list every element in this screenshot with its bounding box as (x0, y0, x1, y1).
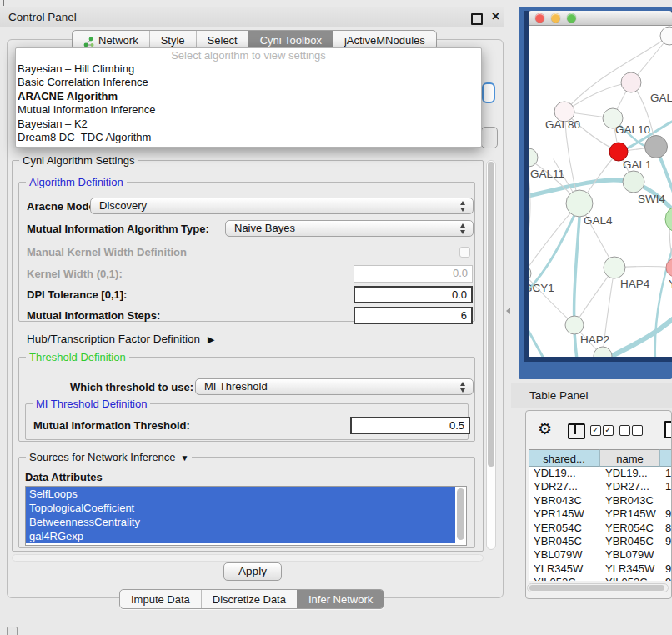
table-cell: 13 (660, 467, 672, 480)
sources-group-title[interactable]: Sources for Network Inference▼ (26, 451, 192, 463)
mi-steps-field[interactable]: 6 (354, 307, 473, 324)
background-combo-fragment (482, 82, 495, 103)
manual-kernel-width-checkbox[interactable] (459, 247, 470, 258)
new-document-icon[interactable] (664, 421, 672, 438)
tab-cyni-toolbox[interactable]: Cyni Toolbox (248, 31, 333, 49)
network-node-gal[interactable] (621, 72, 641, 92)
dpi-tolerance-field[interactable]: 0.0 (354, 286, 473, 303)
select-all-icon-2[interactable]: ✓ (603, 425, 614, 436)
network-node-hap2[interactable] (565, 316, 584, 334)
settings-horizontal-scrollbar[interactable] (12, 554, 484, 562)
node-label: GAL (650, 92, 672, 104)
data-attribute-item[interactable]: TopologicalCoefficient (26, 501, 455, 515)
panel-splitter[interactable] (504, 0, 511, 635)
network-edge[interactable] (529, 176, 530, 273)
node-label: Y (669, 278, 672, 290)
tab-network[interactable]: Network (73, 31, 149, 49)
table-cell: YPR145W (600, 508, 660, 521)
tab-impute-data[interactable]: Impute Data (120, 590, 201, 608)
control-panel-title: Control Panel (8, 11, 77, 23)
network-node-gal4[interactable] (566, 190, 593, 217)
table-cell: YBR045C (600, 535, 660, 548)
select-all-icon[interactable]: ✓ (590, 425, 601, 436)
algorithm-option[interactable]: Mutual Information Inference (16, 103, 481, 117)
column-header[interactable] (660, 449, 672, 467)
aracne-mode-select[interactable]: Discovery (90, 198, 474, 214)
table-row[interactable]: YDL19...YDL19...13 (529, 467, 672, 480)
network-node-y[interactable] (666, 258, 672, 277)
algorithm-option[interactable]: Bayesian – K2 (16, 118, 481, 131)
zoom-window-icon[interactable] (567, 13, 576, 22)
data-attribute-item[interactable]: BetweennessCentrality (26, 515, 455, 529)
data-attributes-list[interactable]: SelfLoopsTopologicalCoefficientBetweenne… (25, 486, 467, 546)
table-row[interactable]: YLR345WYLR345W9. (529, 562, 672, 576)
tab-jactivemnodules[interactable]: jActiveMNodules (333, 31, 436, 49)
network-node[interactable] (660, 27, 672, 45)
data-attribute-item[interactable]: gal4RGexp (26, 529, 455, 543)
table-horizontal-scrollbar[interactable] (527, 583, 669, 592)
settings-scrollbar-thumb[interactable] (488, 162, 494, 467)
network-node[interactable] (594, 347, 612, 357)
close-panel-icon[interactable]: ✕ (491, 10, 500, 22)
tab-infer-network[interactable]: Infer Network (297, 590, 384, 608)
mi-algorithm-type-select[interactable]: Naive Bayes (225, 220, 474, 237)
deselect-all-icon[interactable] (619, 425, 630, 436)
network-node[interactable] (665, 206, 672, 232)
apply-button[interactable]: Apply (223, 562, 282, 581)
network-edge[interactable] (655, 226, 672, 357)
algorithm-option[interactable]: Dream8 DC_TDC Algorithm (16, 131, 481, 144)
table-cell: YPR145W (529, 508, 600, 521)
network-node-hap4[interactable] (604, 257, 625, 278)
table-cell: YBL079W (529, 548, 600, 562)
network-edge[interactable] (529, 322, 558, 357)
table-cell: YER054C (529, 522, 600, 535)
algorithm-option[interactable]: Basic Correlation Inference (16, 76, 481, 89)
table-row[interactable]: YBR045CYBR045C9. (529, 535, 672, 548)
table-row[interactable]: YER054CYER054C8. (529, 522, 672, 535)
network-window-titlebar[interactable] (529, 11, 672, 26)
list-scrollbar-thumb[interactable] (457, 488, 464, 540)
node-label: GAL10 (615, 123, 650, 136)
splitter-collapse-icon[interactable] (506, 308, 510, 314)
split-columns-icon[interactable] (568, 423, 585, 439)
network-canvas[interactable]: GALGAL80GAL10GAL1GAL11SWI4GAL4GCY1HAP4YH… (529, 26, 672, 357)
network-edge[interactable] (564, 82, 631, 112)
table-cell: YBR043C (600, 494, 660, 508)
minimize-window-icon[interactable] (551, 13, 560, 22)
algorithm-option[interactable]: ARACNE Algorithm (16, 90, 481, 103)
table-row[interactable]: YBR043CYBR043C (529, 494, 672, 508)
mi-threshold-field[interactable]: 0.5 (350, 417, 470, 434)
node-label: GAL80 (545, 118, 580, 131)
hidden-panel-icon[interactable] (7, 627, 18, 635)
column-header[interactable]: name (600, 449, 660, 467)
tab-style[interactable]: Style (149, 31, 196, 49)
table-row[interactable]: YDR27...YDR27...12 (529, 480, 672, 493)
kernel-width-field[interactable]: 0.0 (354, 265, 473, 282)
cyni-mode-tabs: Impute DataDiscretize DataInfer Network (119, 589, 384, 609)
network-node-gcy1[interactable] (529, 265, 531, 282)
tab-select[interactable]: Select (196, 31, 248, 49)
table-panel-titlebar: Table Panel (511, 382, 672, 408)
tab-discretize-data[interactable]: Discretize Data (201, 590, 297, 608)
settings-scrollbar[interactable] (486, 160, 496, 550)
column-header[interactable]: shared... (529, 449, 600, 467)
table-hscrollbar-thumb[interactable] (529, 585, 664, 591)
table-row[interactable]: YBL079WYBL079W (529, 548, 672, 562)
table-cell: YLR345W (529, 562, 600, 576)
which-threshold-select[interactable]: MI Threshold (195, 378, 474, 395)
gear-icon[interactable]: ⚙ (538, 421, 552, 438)
application-window: Control Panel ✕ NetworkStyleSelectCyni T… (0, 0, 672, 635)
hub-section-toggle[interactable]: Hub/Transcription Factor Definition▶ (27, 331, 215, 348)
data-attribute-item[interactable]: SelfLoops (26, 487, 455, 501)
tab-label: Cyni Toolbox (260, 32, 322, 49)
network-node-swi4[interactable] (623, 171, 644, 192)
table-row[interactable]: YIL052CYIL052C9 (529, 576, 672, 581)
deselect-all-icon-2[interactable] (632, 425, 643, 436)
table-row[interactable]: YPR145WYPR145W9. (529, 508, 672, 521)
mi-algorithm-type-label: Mutual Information Algorithm Type: (27, 221, 209, 238)
network-node[interactable] (645, 136, 668, 158)
float-panel-icon[interactable] (471, 13, 483, 25)
algorithm-option[interactable]: Bayesian – Hill Climbing (16, 62, 481, 76)
close-window-icon[interactable] (535, 13, 544, 22)
sources-title-text: Sources for Network Inference (29, 451, 176, 463)
